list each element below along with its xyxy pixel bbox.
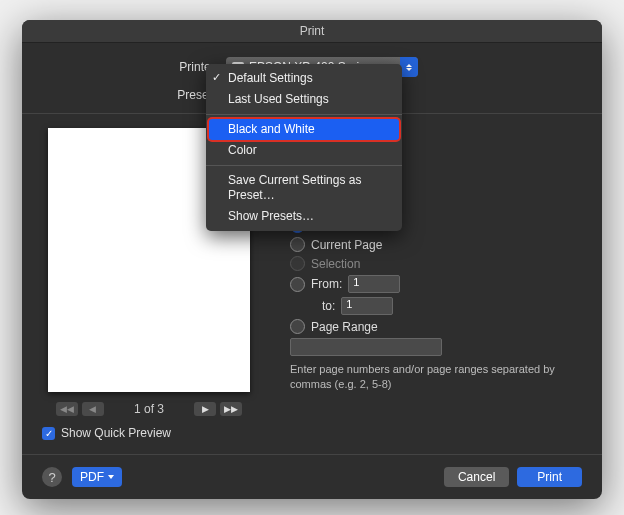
radio-selection [290, 256, 305, 271]
show-quick-preview-label: Show Quick Preview [61, 426, 171, 440]
page-indicator: 1 of 3 [134, 402, 164, 416]
print-dialog: Print Printer: EPSON XP-400 Series Prese… [22, 20, 602, 499]
window-title: Print [22, 20, 602, 43]
cancel-button[interactable]: Cancel [444, 467, 509, 487]
from-label: From: [311, 277, 342, 291]
pdf-label: PDF [80, 470, 104, 484]
menu-item-default-settings[interactable]: Default Settings [206, 68, 402, 89]
pages-current-label: Current Page [311, 238, 382, 252]
printer-label: Printer: [42, 60, 226, 74]
pages-selection-label: Selection [311, 257, 360, 271]
preview-nav: ◀◀ ◀ 1 of 3 ▶ ▶▶ [42, 402, 256, 416]
radio-current[interactable] [290, 237, 305, 252]
from-input[interactable]: 1 [348, 275, 400, 293]
menu-separator [206, 114, 402, 115]
presets-menu: Default Settings Last Used Settings Blac… [206, 64, 402, 231]
updown-arrows-icon [400, 57, 418, 77]
presets-label: Presets [42, 88, 226, 102]
menu-item-show-presets[interactable]: Show Presets… [206, 206, 402, 227]
pages-from-row[interactable]: From: 1 [276, 275, 582, 293]
show-quick-preview-row: ✓ Show Quick Preview [42, 426, 256, 440]
to-input[interactable]: 1 [341, 297, 393, 315]
last-page-button[interactable]: ▶▶ [220, 402, 242, 416]
pdf-menu-button[interactable]: PDF [72, 467, 122, 487]
radio-from[interactable] [290, 277, 305, 292]
pages-range-row[interactable]: Page Range [276, 319, 582, 334]
pages-to-row: to: 1 [276, 297, 582, 315]
print-button[interactable]: Print [517, 467, 582, 487]
help-button[interactable]: ? [42, 467, 62, 487]
page-range-input[interactable] [290, 338, 442, 356]
page-range-hint: Enter page numbers and/or page ranges se… [290, 362, 582, 392]
prev-page-button[interactable]: ◀ [82, 402, 104, 416]
page-range-label: Page Range [311, 320, 378, 334]
pages-selection-row: Selection [276, 256, 582, 271]
show-quick-preview-checkbox[interactable]: ✓ [42, 427, 55, 440]
next-page-button[interactable]: ▶ [194, 402, 216, 416]
menu-item-save-preset[interactable]: Save Current Settings as Preset… [206, 170, 402, 206]
menu-item-black-and-white[interactable]: Black and White [209, 119, 399, 140]
menu-separator [206, 165, 402, 166]
menu-item-color[interactable]: Color [206, 140, 402, 161]
radio-page-range[interactable] [290, 319, 305, 334]
pages-current-row[interactable]: Current Page [276, 237, 582, 252]
dialog-footer: ? PDF Cancel Print [22, 454, 602, 499]
menu-item-last-used[interactable]: Last Used Settings [206, 89, 402, 110]
first-page-button[interactable]: ◀◀ [56, 402, 78, 416]
to-label: to: [322, 299, 335, 313]
